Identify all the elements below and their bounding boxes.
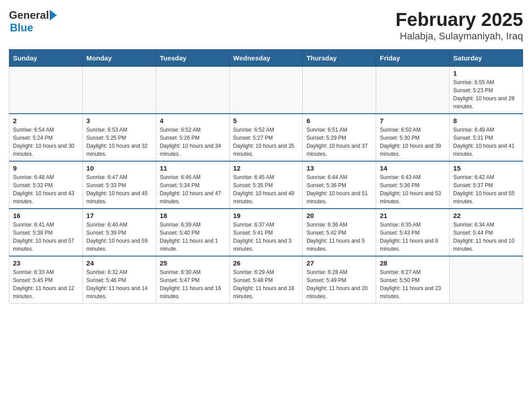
day-number: 5 <box>233 117 299 124</box>
calendar-week-row: 23Sunrise: 6:33 AMSunset: 5:45 PMDayligh… <box>9 256 523 304</box>
calendar-title: February 2025 <box>395 9 523 30</box>
col-sunday: Sunday <box>9 50 83 67</box>
table-row: 4Sunrise: 6:52 AMSunset: 5:26 PMDaylight… <box>156 114 229 161</box>
table-row: 26Sunrise: 6:29 AMSunset: 5:48 PMDayligh… <box>229 256 303 304</box>
day-info: Sunrise: 6:48 AMSunset: 5:32 PMDaylight:… <box>13 173 79 206</box>
table-row: 20Sunrise: 6:36 AMSunset: 5:42 PMDayligh… <box>303 209 376 256</box>
day-info: Sunrise: 6:37 AMSunset: 5:41 PMDaylight:… <box>233 221 299 253</box>
day-number: 28 <box>380 259 446 267</box>
day-info: Sunrise: 6:27 AMSunset: 5:50 PMDaylight:… <box>380 268 446 300</box>
col-wednesday: Wednesday <box>229 50 303 67</box>
day-number: 13 <box>306 164 372 172</box>
day-number: 27 <box>306 259 372 267</box>
day-number: 9 <box>13 164 79 172</box>
day-info: Sunrise: 6:39 AMSunset: 5:40 PMDaylight:… <box>160 221 226 253</box>
day-info: Sunrise: 6:49 AMSunset: 5:31 PMDaylight:… <box>453 126 519 158</box>
table-row: 12Sunrise: 6:45 AMSunset: 5:35 PMDayligh… <box>229 161 303 209</box>
day-number: 1 <box>453 69 519 77</box>
table-row <box>376 67 450 114</box>
day-info: Sunrise: 6:35 AMSunset: 5:43 PMDaylight:… <box>380 221 446 253</box>
day-info: Sunrise: 6:45 AMSunset: 5:35 PMDaylight:… <box>233 173 299 206</box>
table-row: 24Sunrise: 6:32 AMSunset: 5:46 PMDayligh… <box>82 256 156 304</box>
day-info: Sunrise: 6:44 AMSunset: 5:36 PMDaylight:… <box>306 173 372 206</box>
day-number: 6 <box>306 117 372 124</box>
calendar-week-row: 2Sunrise: 6:54 AMSunset: 5:24 PMDaylight… <box>9 114 523 161</box>
table-row: 5Sunrise: 6:52 AMSunset: 5:27 PMDaylight… <box>229 114 303 161</box>
day-number: 19 <box>233 212 299 219</box>
day-number: 18 <box>160 212 226 219</box>
table-row: 25Sunrise: 6:30 AMSunset: 5:47 PMDayligh… <box>156 256 229 304</box>
day-info: Sunrise: 6:54 AMSunset: 5:24 PMDaylight:… <box>13 126 79 158</box>
col-tuesday: Tuesday <box>156 50 229 67</box>
day-info: Sunrise: 6:33 AMSunset: 5:45 PMDaylight:… <box>13 268 79 300</box>
table-row <box>303 67 376 114</box>
day-info: Sunrise: 6:28 AMSunset: 5:49 PMDaylight:… <box>306 268 372 300</box>
col-thursday: Thursday <box>303 50 376 67</box>
calendar-week-row: 9Sunrise: 6:48 AMSunset: 5:32 PMDaylight… <box>9 161 523 209</box>
day-info: Sunrise: 6:47 AMSunset: 5:33 PMDaylight:… <box>86 173 152 206</box>
title-section: February 2025 Halabja, Sulaymaniyah, Ira… <box>395 9 523 42</box>
table-row: 23Sunrise: 6:33 AMSunset: 5:45 PMDayligh… <box>9 256 83 304</box>
table-row: 8Sunrise: 6:49 AMSunset: 5:31 PMDaylight… <box>450 114 523 161</box>
day-number: 26 <box>233 259 299 267</box>
day-number: 25 <box>160 259 226 267</box>
day-number: 10 <box>86 164 152 172</box>
calendar-table: Sunday Monday Tuesday Wednesday Thursday… <box>9 49 523 304</box>
day-number: 7 <box>380 117 446 124</box>
page-header: General Blue February 2025 Halabja, Sula… <box>9 9 523 42</box>
day-number: 4 <box>160 117 226 124</box>
table-row: 15Sunrise: 6:42 AMSunset: 5:37 PMDayligh… <box>450 161 523 209</box>
day-number: 24 <box>86 259 152 267</box>
table-row <box>156 67 229 114</box>
day-number: 17 <box>86 212 152 219</box>
day-number: 16 <box>13 212 79 219</box>
logo-chevron-icon <box>50 10 57 21</box>
table-row: 28Sunrise: 6:27 AMSunset: 5:50 PMDayligh… <box>376 256 450 304</box>
day-info: Sunrise: 6:42 AMSunset: 5:37 PMDaylight:… <box>453 173 519 206</box>
table-row: 22Sunrise: 6:34 AMSunset: 5:44 PMDayligh… <box>450 209 523 256</box>
day-info: Sunrise: 6:30 AMSunset: 5:47 PMDaylight:… <box>160 268 226 300</box>
col-saturday: Saturday <box>450 50 523 67</box>
day-info: Sunrise: 6:55 AMSunset: 5:23 PMDaylight:… <box>453 78 519 111</box>
logo-blue-text: Blue <box>10 21 33 34</box>
table-row: 21Sunrise: 6:35 AMSunset: 5:43 PMDayligh… <box>376 209 450 256</box>
col-friday: Friday <box>376 50 450 67</box>
day-info: Sunrise: 6:53 AMSunset: 5:25 PMDaylight:… <box>86 126 152 158</box>
table-row <box>9 67 83 114</box>
day-info: Sunrise: 6:52 AMSunset: 5:27 PMDaylight:… <box>233 126 299 158</box>
day-info: Sunrise: 6:43 AMSunset: 5:36 PMDaylight:… <box>380 173 446 206</box>
table-row: 3Sunrise: 6:53 AMSunset: 5:25 PMDaylight… <box>82 114 156 161</box>
table-row: 7Sunrise: 6:50 AMSunset: 5:30 PMDaylight… <box>376 114 450 161</box>
day-number: 23 <box>13 259 79 267</box>
day-info: Sunrise: 6:46 AMSunset: 5:34 PMDaylight:… <box>160 173 226 206</box>
calendar-week-row: 16Sunrise: 6:41 AMSunset: 5:38 PMDayligh… <box>9 209 523 256</box>
day-number: 14 <box>380 164 446 172</box>
table-row: 17Sunrise: 6:40 AMSunset: 5:39 PMDayligh… <box>82 209 156 256</box>
table-row: 18Sunrise: 6:39 AMSunset: 5:40 PMDayligh… <box>156 209 229 256</box>
table-row <box>229 67 303 114</box>
day-info: Sunrise: 6:32 AMSunset: 5:46 PMDaylight:… <box>86 268 152 300</box>
day-info: Sunrise: 6:40 AMSunset: 5:39 PMDaylight:… <box>86 221 152 253</box>
table-row: 16Sunrise: 6:41 AMSunset: 5:38 PMDayligh… <box>9 209 83 256</box>
day-number: 12 <box>233 164 299 172</box>
table-row: 10Sunrise: 6:47 AMSunset: 5:33 PMDayligh… <box>82 161 156 209</box>
table-row: 6Sunrise: 6:51 AMSunset: 5:29 PMDaylight… <box>303 114 376 161</box>
table-row: 2Sunrise: 6:54 AMSunset: 5:24 PMDaylight… <box>9 114 83 161</box>
table-row: 9Sunrise: 6:48 AMSunset: 5:32 PMDaylight… <box>9 161 83 209</box>
calendar-subtitle: Halabja, Sulaymaniyah, Iraq <box>395 30 523 42</box>
logo: General Blue <box>9 9 57 34</box>
day-number: 22 <box>453 212 519 219</box>
day-number: 15 <box>453 164 519 172</box>
day-info: Sunrise: 6:51 AMSunset: 5:29 PMDaylight:… <box>306 126 372 158</box>
day-info: Sunrise: 6:36 AMSunset: 5:42 PMDaylight:… <box>306 221 372 253</box>
calendar-week-row: 1Sunrise: 6:55 AMSunset: 5:23 PMDaylight… <box>9 67 523 114</box>
table-row: 19Sunrise: 6:37 AMSunset: 5:41 PMDayligh… <box>229 209 303 256</box>
day-number: 2 <box>13 117 79 124</box>
day-info: Sunrise: 6:29 AMSunset: 5:48 PMDaylight:… <box>233 268 299 300</box>
table-row: 13Sunrise: 6:44 AMSunset: 5:36 PMDayligh… <box>303 161 376 209</box>
table-row <box>82 67 156 114</box>
table-row: 27Sunrise: 6:28 AMSunset: 5:49 PMDayligh… <box>303 256 376 304</box>
table-row: 14Sunrise: 6:43 AMSunset: 5:36 PMDayligh… <box>376 161 450 209</box>
day-number: 3 <box>86 117 152 124</box>
day-number: 11 <box>160 164 226 172</box>
